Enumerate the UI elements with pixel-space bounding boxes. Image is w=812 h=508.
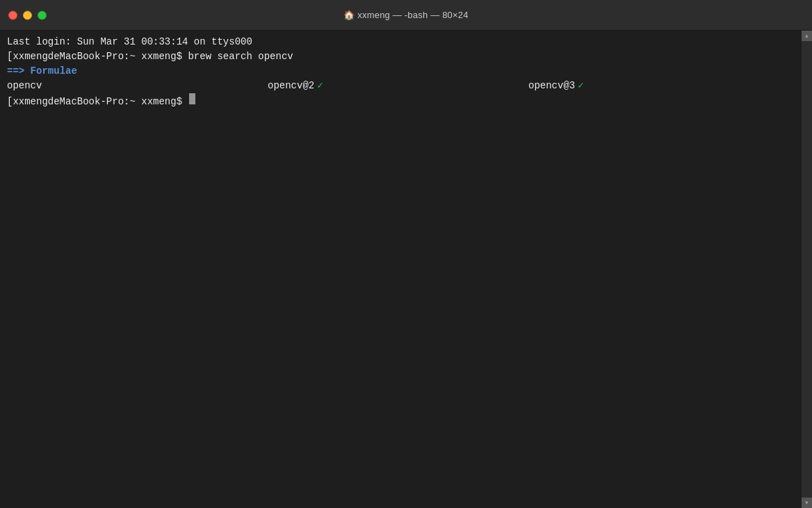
opencv3-check: ✓: [578, 80, 583, 91]
section-header-line: ==> Formulae: [7, 64, 798, 79]
opencv2-label: opencv@2: [268, 80, 314, 91]
opencv2-check: ✓: [317, 80, 323, 91]
results-line: opencvopencv@2✓opencv@3✓: [7, 79, 798, 93]
opencv3-label: opencv@3: [528, 80, 575, 91]
command-line: [xxmengdeMacBook-Pro:~ xxmeng$ brew sear…: [7, 49, 798, 64]
result-col1: opencv: [7, 79, 268, 93]
arrow-text: ==>: [7, 64, 24, 79]
scrollbar-up-arrow[interactable]: ▲: [802, 31, 812, 41]
command-1: brew search opencv: [188, 49, 293, 64]
prompt-2: [xxmengdeMacBook-Pro:~ xxmeng$: [7, 95, 188, 109]
prompt-1: [xxmengdeMacBook-Pro:~ xxmeng$: [7, 49, 188, 64]
window-title: 🏠 xxmeng — -bash — 80×24: [343, 10, 468, 20]
traffic-lights: [8, 10, 47, 19]
maximize-button[interactable]: [38, 10, 47, 19]
result-col2: opencv@2✓: [268, 79, 528, 93]
section-label: Formulae: [24, 64, 77, 79]
terminal-body[interactable]: Last login: Sun Mar 31 00:33:14 on ttys0…: [0, 31, 812, 508]
title-bar: 🏠 xxmeng — -bash — 80×24: [0, 0, 812, 31]
close-button[interactable]: [8, 10, 17, 19]
last-login-text: Last login: Sun Mar 31 00:33:14 on ttys0…: [7, 35, 252, 49]
scrollbar-track[interactable]: ▲ ▼: [802, 31, 812, 508]
minimize-button[interactable]: [23, 10, 32, 19]
last-login-line: Last login: Sun Mar 31 00:33:14 on ttys0…: [7, 35, 798, 49]
result-col3: opencv@3✓: [528, 79, 584, 93]
cursor: [189, 93, 195, 104]
prompt-line-2: [xxmengdeMacBook-Pro:~ xxmeng$: [7, 93, 798, 109]
scrollbar-down-arrow[interactable]: ▼: [802, 498, 812, 508]
